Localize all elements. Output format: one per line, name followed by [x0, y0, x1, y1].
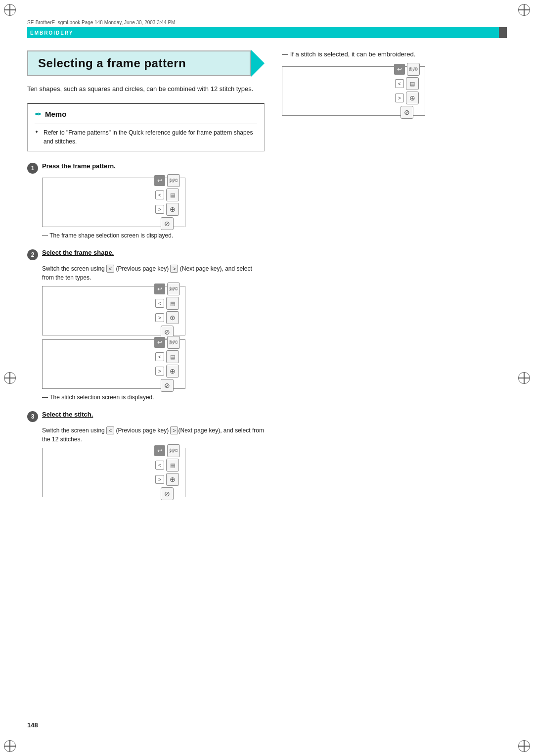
reg-mark-mr — [518, 372, 530, 384]
step-3-buttons: ↩ 刺/© < ▤ > ⊕ ⊘ — [154, 441, 185, 503]
step-3-header: 3 Select the stitch. — [27, 411, 265, 422]
step-2b-back-btn: ↩ — [154, 337, 165, 348]
step-1-nav-left: < — [155, 190, 164, 199]
step-2-title: Select the frame shape. — [42, 249, 114, 256]
step-2a-buttons: ↩ 刺/© < ▤ > ⊕ ⊘ — [154, 280, 185, 341]
step-3-icon3: ⊕ — [166, 473, 179, 486]
step-1-nav-right: > — [155, 205, 164, 214]
reg-mark-ml — [4, 372, 16, 384]
step-2a-btn-row-2: < ▤ — [155, 297, 179, 310]
step-2-screen-a: ↩ 刺/© < ▤ > ⊕ ⊘ — [42, 286, 185, 335]
key-next: > — [170, 265, 178, 273]
reg-mark-bl — [4, 740, 16, 752]
title-arrow — [251, 49, 265, 77]
header-bar-text: EMBROIDERY — [30, 30, 73, 36]
right-icon1: 刺/© — [407, 63, 420, 76]
right-icon3: ⊕ — [406, 92, 419, 104]
header-bar: EMBROIDERY — [27, 27, 507, 38]
right-btn-row-3: > ⊕ — [395, 92, 419, 104]
right-nav-left: < — [395, 79, 404, 88]
step-2a-icon1: 刺/© — [167, 283, 180, 295]
intro-text: Ten shapes, such as squares and circles,… — [27, 84, 265, 94]
title-section: Selecting a frame pattern — [27, 49, 265, 77]
step-1-btn-row-4: ⊘ — [161, 217, 174, 230]
step-2b-btn-row-1: ↩ 刺/© — [154, 336, 180, 349]
step-1-btn-row-2: < ▤ — [155, 189, 179, 201]
step-1-title: Press the frame pattern. — [42, 162, 116, 170]
step-3-nav-right: > — [155, 475, 164, 484]
memo-item: Refer to "Frame patterns" in the Quick r… — [35, 128, 257, 146]
right-btn-row-1: ↩ 刺/© — [394, 63, 420, 76]
step-1: 1 Press the frame pattern. ↩ 刺/© < ▤ — [27, 162, 265, 240]
step-1-icon3: ⊕ — [166, 203, 179, 216]
reg-mark-tr — [518, 4, 530, 16]
step-2: 2 Select the frame shape. Switch the scr… — [27, 249, 265, 402]
key-prev-3: < — [106, 426, 114, 434]
step-2b-nav-left: < — [155, 352, 164, 361]
step-2-header: 2 Select the frame shape. — [27, 249, 265, 260]
step-3-badge: 3 — [27, 411, 38, 422]
file-header: SE-BrotherE_sgml.book Page 148 Monday, J… — [27, 20, 175, 25]
right-screen: ↩ 刺/© < ▤ > ⊕ ⊘ — [282, 66, 425, 116]
step-3: 3 Select the stitch. Switch the screen u… — [27, 411, 265, 497]
reg-mark-br — [518, 740, 530, 752]
step-1-icon2: ▤ — [166, 189, 179, 201]
key-prev: < — [106, 265, 114, 273]
step-3-icon4: ⊘ — [161, 487, 174, 500]
step-2a-icon3: ⊕ — [166, 311, 179, 324]
reg-mark-tl — [4, 4, 16, 16]
step-2a-back-btn: ↩ — [154, 284, 165, 294]
step-1-screen: ↩ 刺/© < ▤ > ⊕ ⊘ — [42, 178, 185, 227]
step-3-btn-row-4: ⊘ — [161, 487, 174, 500]
step-3-screen: ↩ 刺/© < ▤ > ⊕ ⊘ — [42, 448, 185, 497]
step-1-badge: 1 — [27, 163, 38, 174]
step-2-note: The stitch selection screen is displayed… — [42, 393, 265, 402]
step-2b-btn-row-3: > ⊕ — [155, 365, 179, 378]
page-title: Selecting a frame pattern — [38, 56, 186, 70]
step-2-desc: Switch the screen using < (Previous page… — [42, 264, 265, 282]
right-note: If a stitch is selected, it can be embro… — [282, 49, 509, 59]
step-2-screen-b: ↩ 刺/© < ▤ > ⊕ ⊘ — [42, 339, 185, 389]
step-1-btn-row-3: > ⊕ — [155, 203, 179, 216]
memo-header: ✒ Memo — [35, 109, 257, 120]
step-3-back-btn: ↩ — [154, 445, 165, 456]
dark-accent-bar — [499, 27, 507, 38]
step-2b-nav-right: > — [155, 367, 164, 376]
step-3-icon2: ▤ — [166, 459, 179, 472]
step-3-btn-row-2: < ▤ — [155, 459, 179, 472]
right-nav-right: > — [395, 94, 404, 102]
memo-divider — [35, 124, 257, 124]
step-2b-buttons: ↩ 刺/© < ▤ > ⊕ ⊘ — [154, 333, 185, 395]
step-1-header: 1 Press the frame pattern. — [27, 162, 265, 174]
right-icon4: ⊘ — [400, 106, 413, 119]
step-2-badge: 2 — [27, 249, 38, 260]
key-next-3: > — [170, 426, 178, 434]
right-screen-buttons: ↩ 刺/© < ▤ > ⊕ ⊘ — [394, 60, 425, 122]
step-3-desc: Switch the screen using < (Previous page… — [42, 426, 265, 444]
step-1-back-btn: ↩ — [154, 175, 165, 186]
step-1-icon1: 刺/© — [167, 174, 180, 187]
main-content: Selecting a frame pattern Ten shapes, su… — [27, 49, 265, 506]
right-btn-row-4: ⊘ — [400, 106, 413, 119]
right-btn-row-2: < ▤ — [395, 77, 419, 90]
memo-icon: ✒ — [35, 109, 42, 120]
step-2a-btn-row-3: > ⊕ — [155, 311, 179, 324]
step-3-title: Select the stitch. — [42, 411, 93, 418]
step-1-icon4: ⊘ — [161, 217, 174, 230]
step-2a-btn-row-1: ↩ 刺/© — [154, 283, 180, 295]
step-3-btn-row-1: ↩ 刺/© — [154, 444, 180, 457]
right-icon2: ▤ — [406, 77, 419, 90]
step-1-btn-row-1: ↩ 刺/© — [154, 174, 180, 187]
step-3-btn-row-3: > ⊕ — [155, 473, 179, 486]
step-2b-icon3: ⊕ — [166, 365, 179, 378]
step-2b-icon4: ⊘ — [161, 379, 174, 392]
step-1-note: The frame shape selection screen is disp… — [42, 231, 265, 240]
right-column: If a stitch is selected, it can be embro… — [282, 49, 509, 120]
page: SE-BrotherE_sgml.book Page 148 Monday, J… — [0, 0, 534, 756]
page-number: 148 — [27, 721, 38, 729]
step-2a-icon2: ▤ — [166, 297, 179, 310]
step-2b-btn-row-2: < ▤ — [155, 350, 179, 363]
step-2b-icon2: ▤ — [166, 350, 179, 363]
step-2a-nav-left: < — [155, 299, 164, 308]
step-1-buttons: ↩ 刺/© < ▤ > ⊕ ⊘ — [154, 171, 185, 233]
